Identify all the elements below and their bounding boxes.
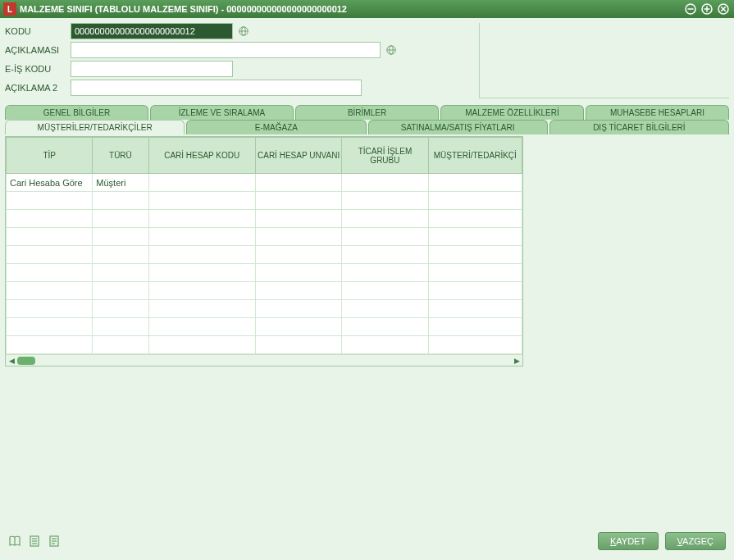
table-cell[interactable] — [342, 336, 428, 354]
table-cell[interactable] — [93, 192, 148, 210]
table-cell[interactable] — [428, 300, 522, 318]
table-cell[interactable] — [428, 318, 522, 336]
globe-icon[interactable] — [384, 43, 399, 57]
table-cell[interactable] — [342, 192, 428, 210]
close-button[interactable] — [716, 2, 731, 16]
table-row[interactable] — [7, 282, 522, 300]
table-cell[interactable] — [7, 192, 93, 210]
table-cell[interactable] — [93, 246, 148, 264]
table-cell[interactable] — [428, 210, 522, 228]
tab-izleme-siralama[interactable]: İZLEME VE SIRALAMA — [150, 105, 294, 120]
col-header-musteri-tedarikci[interactable]: MÜŞTERİ/TEDARİKÇİ — [428, 138, 522, 174]
table-row[interactable]: Cari Hesaba GöreMüşteri — [7, 174, 522, 192]
document-icon[interactable] — [28, 535, 41, 548]
tab-dis-ticaret-bilgileri[interactable]: DIŞ TİCARET BİLGİLERİ — [549, 120, 729, 134]
maximize-button[interactable] — [700, 2, 714, 16]
tab-genel-bilgiler[interactable]: GENEL BİLGİLER — [5, 105, 148, 120]
table-cell[interactable] — [428, 264, 522, 282]
book-icon[interactable] — [8, 535, 21, 548]
tab-muhasebe-hesaplari[interactable]: MUHASEBE HESAPLARI — [586, 105, 729, 120]
table-cell[interactable] — [255, 174, 341, 192]
tab-birimler[interactable]: BİRİMLER — [295, 105, 439, 120]
table-cell[interactable] — [93, 336, 148, 354]
scroll-left-arrow[interactable]: ◀ — [6, 356, 17, 366]
table-cell[interactable] — [148, 282, 255, 300]
table-cell[interactable] — [148, 210, 255, 228]
table-cell[interactable] — [428, 246, 522, 264]
table-cell[interactable] — [342, 300, 428, 318]
tab-satinalma-satis-fiyatlari[interactable]: SATINALMA/SATIŞ FİYATLARI — [368, 120, 548, 134]
table-cell[interactable] — [148, 228, 255, 246]
table-cell[interactable] — [342, 318, 428, 336]
aciklama2-input[interactable] — [71, 80, 362, 96]
table-cell[interactable] — [7, 336, 93, 354]
table-cell[interactable]: Müşteri — [93, 174, 148, 192]
cancel-button[interactable]: VAZGEÇ — [665, 532, 726, 550]
table-cell[interactable] — [7, 210, 93, 228]
table-row[interactable] — [7, 318, 522, 336]
table-cell[interactable] — [255, 282, 341, 300]
table-cell[interactable] — [7, 246, 93, 264]
table-cell[interactable] — [255, 228, 341, 246]
tab-musteriler-tedarikciler[interactable]: MÜŞTERİLER/TEDARİKÇİLER — [5, 120, 185, 134]
scroll-track[interactable] — [17, 357, 511, 365]
data-grid[interactable]: TİP TÜRÜ CARİ HESAP KODU CARİ HESAP UNVA… — [6, 137, 522, 354]
table-cell[interactable] — [93, 300, 148, 318]
table-cell[interactable] — [148, 264, 255, 282]
table-cell[interactable] — [7, 282, 93, 300]
table-row[interactable] — [7, 264, 522, 282]
eiskodu-input[interactable] — [71, 61, 233, 77]
table-cell[interactable] — [428, 282, 522, 300]
table-cell[interactable] — [93, 318, 148, 336]
table-cell[interactable] — [255, 246, 341, 264]
table-cell[interactable] — [148, 192, 255, 210]
scroll-thumb[interactable] — [17, 357, 35, 365]
table-cell[interactable] — [7, 318, 93, 336]
col-header-tip[interactable]: TİP — [7, 138, 93, 174]
table-cell[interactable] — [93, 282, 148, 300]
table-cell[interactable] — [7, 228, 93, 246]
table-cell[interactable] — [428, 228, 522, 246]
table-row[interactable] — [7, 336, 522, 354]
table-cell[interactable] — [93, 264, 148, 282]
table-cell[interactable] — [255, 300, 341, 318]
table-cell[interactable] — [93, 228, 148, 246]
table-cell[interactable] — [428, 174, 522, 192]
table-cell[interactable] — [255, 192, 341, 210]
col-header-cari-hesap-kodu[interactable]: CARİ HESAP KODU — [148, 138, 255, 174]
table-cell[interactable] — [342, 282, 428, 300]
table-cell[interactable] — [255, 264, 341, 282]
horizontal-scrollbar[interactable]: ◀ ▶ — [6, 354, 522, 366]
table-cell[interactable] — [342, 210, 428, 228]
table-cell[interactable] — [342, 246, 428, 264]
table-cell[interactable] — [342, 264, 428, 282]
table-cell[interactable] — [428, 336, 522, 354]
col-header-turu[interactable]: TÜRÜ — [93, 138, 148, 174]
save-button[interactable]: KAYDET — [598, 532, 659, 550]
table-cell[interactable] — [342, 228, 428, 246]
table-row[interactable] — [7, 210, 522, 228]
table-cell[interactable] — [148, 174, 255, 192]
col-header-cari-hesap-unvani[interactable]: CARİ HESAP UNVANI — [255, 138, 341, 174]
table-cell[interactable] — [148, 336, 255, 354]
table-row[interactable] — [7, 300, 522, 318]
table-cell[interactable] — [342, 174, 428, 192]
table-cell[interactable] — [7, 264, 93, 282]
table-cell[interactable] — [7, 300, 93, 318]
kodu-input[interactable] — [71, 23, 233, 39]
table-cell[interactable] — [148, 318, 255, 336]
table-row[interactable] — [7, 246, 522, 264]
table-cell[interactable] — [148, 300, 255, 318]
table-cell[interactable] — [148, 246, 255, 264]
table-cell[interactable] — [255, 336, 341, 354]
table-cell[interactable] — [93, 210, 148, 228]
col-header-ticari-islem-grubu[interactable]: TİCARİ İŞLEM GRUBU — [342, 138, 428, 174]
scroll-right-arrow[interactable]: ▶ — [511, 356, 522, 366]
list-icon[interactable] — [48, 535, 61, 548]
table-row[interactable] — [7, 192, 522, 210]
table-cell[interactable]: Cari Hesaba Göre — [7, 174, 93, 192]
aciklamasi-input[interactable] — [71, 42, 381, 58]
tab-malzeme-ozellikleri[interactable]: MALZEME ÖZELLİKLERİ — [440, 105, 584, 120]
tab-emagaza[interactable]: E-MAĞAZA — [186, 120, 366, 134]
table-row[interactable] — [7, 228, 522, 246]
